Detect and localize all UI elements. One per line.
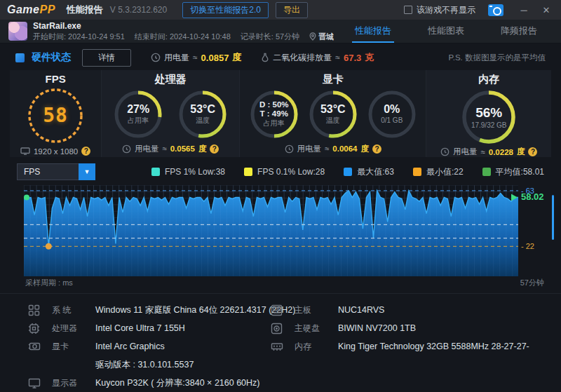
ps-note: P.S. 数据图显示的是平均值 [449,53,546,63]
legend-swatch [244,168,252,176]
approx-sign: ≈ [162,144,166,153]
gpu-vram-label: 0/1 GB [381,116,403,125]
legend-fps-1pct-low: FPS 1% Low:38 [151,166,225,178]
cpu-temp-label: 温度 [196,116,210,125]
cpu-usage-gauge: 27%占用率 [112,88,164,140]
fps-area-chart [24,185,518,276]
power-usage-value: 0.0857 [201,53,229,63]
co2-unit: 克 [365,51,374,64]
memory-power-label: 用电量 [453,147,478,157]
tab-performance-report[interactable]: 性能报告 [352,20,394,43]
screenshot-camera-icon[interactable] [488,4,503,16]
cpu-icon [28,323,40,334]
gpu-usage-gauge: D : 50%T : 49%占用率 [248,88,300,140]
session-bar: StarRail.exe 开始时间: 2024-10-24 9:51 结束时间:… [0,20,561,43]
game-name: StarRail.exe [33,21,334,31]
sample-period-label: 采样周期 : ms [25,278,73,289]
memory-usage-label: 17.9/32 GB [471,121,507,130]
approx-sign: ≈ [193,53,198,62]
fps-chart-area: - 6358.02- 22 [24,185,544,276]
location-label: 晋城 [318,32,334,42]
monitor-small-icon [20,147,30,155]
tab-performance-chart[interactable]: 性能图表 [425,20,467,43]
monitor-row: 显示器 Kuycon P32K ( 分辨率:3840 × 2160 60Hz) [28,374,271,392]
co2-label: 二氧化碳排放量 [273,52,332,64]
gpu-icon [28,342,41,351]
record-duration: 记录时长: 57分钟 [241,32,299,42]
switch-report-button[interactable]: 切换至性能报告2.0 [182,2,269,18]
cpu-panel: 处理器 27%占用率 53°C温度 用电量 ≈ 0.0565 度 ? [102,70,240,157]
gpu-vram-gauge: 0%0/1 GB [366,88,418,140]
memory-power-value: 0.0228 [489,148,513,156]
start-time: 开始时间: 2024-10-24 9:51 [33,32,125,42]
ram-row: 内存 King Tiger Technology 32GB 5588MHz 28… [271,337,544,356]
cpu-power-unit: 度 [198,144,207,154]
dont-show-checkbox[interactable] [404,6,412,14]
gpu-power-value: 0.0064 [332,144,357,153]
gpu-usage-d: D : 50% [259,100,289,109]
gpu-title: 显卡 [323,73,344,86]
power-usage-icon [440,147,450,156]
fps-gauge: 58 [26,86,85,145]
legend-swatch [413,168,421,176]
co2-icon [261,53,269,62]
gamepp-logo: GamePP [7,4,55,16]
hardware-status-title: 硬件状态 [32,51,71,64]
hardware-status-row: 硬件状态 详情 用电量 ≈ 0.0857 度 二氧化碳排放量 ≈ 67.3 克 … [0,46,561,69]
game-avatar [8,22,27,41]
version-label: V 5.3.2312.620 [110,5,167,15]
cpu-temp-value: 53°C [190,103,215,116]
chart-footer: 采样周期 : ms 57分钟 [25,278,544,289]
disk-icon [271,323,283,334]
fps-value: 58 [43,104,68,127]
window-title: 性能报告 [67,4,103,16]
legend-swatch [151,168,160,176]
gpu-row: 显卡 Intel Arc Graphics [28,337,271,356]
fps-panel: FPS 58 1920 x 1080 ? [10,70,102,157]
cpu-usage-value: 27% [127,103,149,116]
motherboard-row: 主板 NUC14RVS [271,301,544,319]
gpu-driver-row: 驱动版本 : 31.0.101.5537 [95,356,271,374]
legend-swatch [482,168,491,176]
power-usage-icon [151,53,161,62]
cpu-power-value: 0.0565 [170,144,195,153]
power-usage-icon [285,144,294,154]
gpu-panel: 显卡 D : 50%T : 49%占用率 53°C温度 0%0/1 GB 用电量… [240,70,426,157]
minimize-button[interactable]: ─ [516,5,532,15]
cpu-row: 处理器 Intel Core Ultra 7 155H [28,319,271,337]
chevron-down-icon: ▼ [79,163,95,180]
legend-fps-01pct-low: FPS 0.1% Low:28 [244,166,325,178]
memory-panel: 内存 56%17.9/32 GB 用电量 ≈ 0.0228 度 ? [426,70,551,157]
export-button[interactable]: 导出 [276,2,308,18]
titlebar: GamePP 性能报告 V 5.3.2312.620 切换至性能报告2.0 导出… [0,0,561,20]
resolution-label: 1920 x 1080 [34,147,78,156]
system-info: 系 统 Windows 11 家庭版 China 64位 22621.4317 … [0,293,561,392]
approx-sign: ≈ [335,53,340,62]
cpu-temp-gauge: 53°C温度 [177,88,229,140]
chart-scrollbar[interactable] [552,195,554,240]
cpu-power-label: 用电量 [135,144,159,154]
gpu-temp-value: 53°C [320,103,346,116]
fps-title: FPS [46,73,66,85]
location-pin-icon [309,32,316,41]
chart-value-label: 58.02 [521,191,544,203]
power-usage-icon [122,144,131,154]
gpu-help-icon[interactable]: ? [372,144,381,154]
gpu-usage-t: T : 49% [260,109,288,119]
memory-help-icon[interactable]: ? [528,147,537,156]
disk-row: 主硬盘 BIWIN NV7200 1TB [271,319,544,337]
cpu-title: 处理器 [155,73,187,86]
cpu-help-icon[interactable]: ? [210,144,219,154]
os-icon [28,304,40,316]
metric-select[interactable]: FPS ▼ [17,163,95,180]
tab-throttle-report[interactable]: 降频报告 [498,20,540,43]
memory-usage-value: 56% [475,105,502,121]
legend-max: 最大值:63 [344,166,394,178]
details-button[interactable]: 详情 [82,49,131,67]
gpu-usage-label: 占用率 [264,119,285,128]
monitor-icon [28,378,41,388]
close-button[interactable]: ✕ [539,5,554,15]
fps-help-icon[interactable]: ? [81,147,90,156]
gpu-power-unit: 度 [361,144,370,154]
legend-min: 最小值:22 [413,166,464,178]
